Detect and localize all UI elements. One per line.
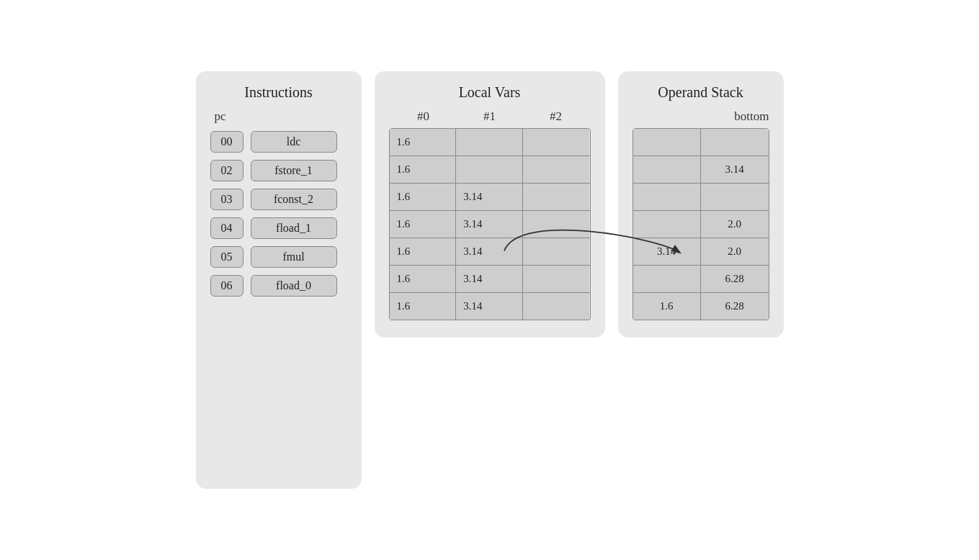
op-cell (633, 266, 701, 292)
lv-cell: 3.14 (456, 293, 523, 320)
lv-row: 1.63.14 (389, 266, 591, 293)
op-row: 2.0 (632, 211, 769, 238)
op-cell: 3.14 (633, 238, 701, 265)
lv-cell: 1.6 (390, 238, 457, 265)
local-vars-headers: #0 #1 #2 (389, 109, 591, 124)
operand-stack-subtitle: bottom (632, 109, 769, 124)
pc-box: 05 (210, 246, 243, 268)
op-cell: 2.0 (701, 211, 769, 238)
lv-cell: 1.6 (390, 211, 457, 238)
pc-box: 03 (210, 189, 243, 210)
instruction-row: 06fload_0 (210, 275, 347, 297)
inst-box: fmul (251, 246, 337, 268)
inst-box: fconst_2 (251, 189, 337, 210)
operand-stack-title: Operand Stack (632, 84, 769, 101)
lv-cell (523, 184, 590, 210)
op-cell: 6.28 (701, 293, 769, 320)
op-cell (633, 156, 701, 183)
lv-cell: 1.6 (390, 156, 457, 183)
lv-cell: 1.6 (390, 266, 457, 292)
instruction-row: 02fstore_1 (210, 160, 347, 181)
pc-box: 00 (210, 131, 243, 153)
op-row (632, 184, 769, 211)
pc-box: 02 (210, 160, 243, 181)
instruction-row: 03fconst_2 (210, 189, 347, 210)
inst-box: fstore_1 (251, 160, 337, 181)
inst-box: fload_0 (251, 275, 337, 297)
op-cell: 2.0 (701, 238, 769, 265)
op-row: 1.66.28 (632, 293, 769, 320)
pc-box: 04 (210, 217, 243, 239)
local-vars-title: Local Vars (389, 84, 591, 101)
lv-cell: 1.6 (390, 293, 457, 320)
instructions-panel: Instructions pc 00ldc02fstore_103fconst_… (196, 71, 362, 489)
instructions-list: 00ldc02fstore_103fconst_204fload_105fmul… (210, 131, 347, 297)
lv-row: 1.6 (389, 128, 591, 156)
op-row (632, 128, 769, 156)
inst-box: ldc (251, 131, 337, 153)
operand-stack-panel: Operand Stack bottom 3.142.03.142.06.281… (618, 71, 784, 338)
lv-cell: 3.14 (456, 266, 523, 292)
lv-cell (523, 156, 590, 183)
lv-row: 1.63.14 (389, 293, 591, 320)
lv-cell (456, 129, 523, 155)
main-container: Instructions pc 00ldc02fstore_103fconst_… (182, 57, 798, 503)
lv-cell (456, 156, 523, 183)
lv-cell: 3.14 (456, 184, 523, 210)
lv-cell (523, 238, 590, 265)
lv-row: 1.63.14 (389, 211, 591, 238)
lv-cell (523, 211, 590, 238)
pc-box: 06 (210, 275, 243, 297)
lv-cell: 1.6 (390, 129, 457, 155)
lv-row: 1.63.14 (389, 184, 591, 211)
lv-cell (523, 129, 590, 155)
op-cell: 1.6 (633, 293, 701, 320)
op-row: 6.28 (632, 266, 769, 293)
lv-row: 1.6 (389, 156, 591, 184)
lv-cell: 3.14 (456, 238, 523, 265)
op-cell: 3.14 (701, 156, 769, 183)
instruction-row: 04fload_1 (210, 217, 347, 239)
op-row: 3.142.0 (632, 238, 769, 266)
op-row: 3.14 (632, 156, 769, 184)
local-vars-grid: 1.61.61.63.141.63.141.63.141.63.141.63.1… (389, 128, 591, 320)
lv-cell: 3.14 (456, 211, 523, 238)
op-cell (701, 129, 769, 155)
lv-header-2: #2 (550, 109, 562, 124)
op-cell (633, 184, 701, 210)
instructions-title: Instructions (210, 84, 347, 101)
lv-header-1: #1 (483, 109, 496, 124)
instruction-row: 00ldc (210, 131, 347, 153)
lv-cell (523, 293, 590, 320)
lv-row: 1.63.14 (389, 238, 591, 266)
op-cell: 6.28 (701, 266, 769, 292)
operand-stack-grid: 3.142.03.142.06.281.66.28 (632, 128, 769, 320)
pc-label: pc (215, 109, 347, 124)
lv-cell: 1.6 (390, 184, 457, 210)
lv-cell (523, 266, 590, 292)
op-cell (633, 129, 701, 155)
op-cell (701, 184, 769, 210)
instruction-row: 05fmul (210, 246, 347, 268)
local-vars-panel: Local Vars #0 #1 #2 1.61.61.63.141.63.14… (375, 71, 605, 338)
lv-header-0: #0 (417, 109, 429, 124)
op-cell (633, 211, 701, 238)
inst-box: fload_1 (251, 217, 337, 239)
